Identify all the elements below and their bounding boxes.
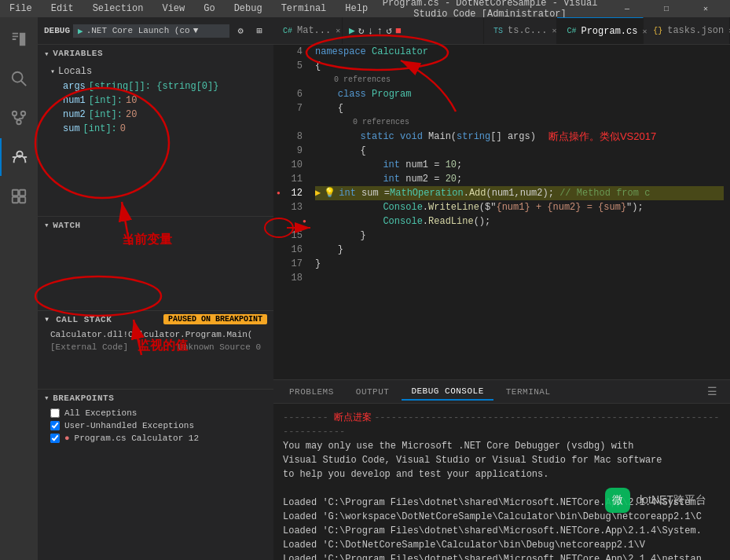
split-editor-icon[interactable]: ⊞ (251, 23, 267, 38)
dot-add: . (464, 186, 469, 200)
maximize-button[interactable]: □ (648, 0, 684, 17)
method-main: Main( (423, 130, 457, 144)
code-line-12: ▶ 💡 int sum =MathOperation.Add(num1,num2… (315, 186, 724, 200)
debug-step-over-btn[interactable]: ↻ (358, 24, 365, 37)
tab-program-cs[interactable]: C# Program.cs ✕ (557, 17, 644, 45)
linenum-5: 5 (273, 59, 303, 73)
menu-help[interactable]: Help (342, 3, 371, 14)
var-sum: sum [int]: 0 (38, 122, 273, 136)
args-param: [] args) (490, 130, 536, 144)
bp-dot-14: ● (303, 214, 306, 229)
space1 (394, 130, 400, 144)
indent-num1 (315, 158, 383, 172)
svg-rect-10 (13, 197, 18, 203)
class-program: Program (366, 87, 412, 101)
linenum-18: 18 (273, 271, 303, 285)
code-line-ref2: 0 references (315, 115, 724, 130)
linenum-10: 10 (273, 158, 303, 172)
menu-file[interactable]: File (6, 3, 35, 14)
play-icon: ▶ (78, 26, 83, 36)
menu-go[interactable]: Go (200, 3, 218, 14)
tab-mat-label: Mat... (297, 25, 331, 36)
code-area: 4 5 6 7 8 9 10 11 ● 12 13 15 (273, 45, 730, 379)
debug-step-out-btn[interactable]: ↑ (376, 25, 383, 37)
activity-extensions[interactable] (0, 178, 38, 215)
menu-debug[interactable]: Debug (231, 3, 266, 14)
debug-restart-btn[interactable]: ↺ (386, 24, 392, 37)
bp-user-unhandled-checkbox[interactable] (50, 421, 60, 430)
external-code-source: Unknown Source 0 (178, 342, 261, 352)
panel-tabs: PROBLEMS OUTPUT DEBUG CONSOLE TERMINAL ☰ (273, 380, 730, 404)
dot-writeline: . (423, 200, 428, 214)
locals-header[interactable]: ▾ Locals (38, 64, 273, 79)
debug-toolbar-icons: ⚙ ⊞ (233, 23, 267, 38)
activity-git[interactable] (0, 99, 38, 137)
var-num1-name: num1 (63, 95, 86, 106)
breakpoints-section: ▾ BREAKPOINTS All Exceptions User-Unhand… (38, 390, 273, 561)
code-line-13: Console.WriteLine($"{num1} + {num2} = {s… (315, 200, 724, 214)
activity-debug[interactable] (0, 138, 38, 176)
kw-class: class (338, 87, 366, 101)
locals-arrow: ▾ (50, 67, 55, 76)
variables-header[interactable]: ▾ VARIABLES (38, 45, 273, 62)
tab-program-icon: C# (567, 27, 576, 35)
settings-icon[interactable]: ⚙ (233, 23, 248, 38)
tab-terminal[interactable]: TERMINAL (497, 384, 560, 400)
watch-header[interactable]: ▾ WATCH (38, 217, 273, 234)
watch-label: WATCH (53, 221, 81, 230)
debug-step-into-btn[interactable]: ↓ (368, 25, 374, 37)
callstack-item-main[interactable]: Calculator.dll!Calculator.Program.Main( (38, 328, 273, 341)
kw-void: void (400, 130, 423, 144)
code-line-ref1: 0 references (315, 73, 724, 87)
menu-view[interactable]: View (159, 3, 188, 14)
tab-problems[interactable]: PROBLEMS (280, 384, 343, 400)
var-args-type: [string[]]: {string[0]} (89, 81, 219, 92)
code-content: namespace Calculator { 0 references clas… (309, 45, 730, 379)
code-editor[interactable]: 4 5 6 7 8 9 10 11 ● 12 13 15 (273, 45, 730, 379)
sidebar: DEBUG ▶ .NET Core Launch (co ▼ ⚙ ⊞ ▾ VAR… (38, 17, 273, 560)
variables-label: VARIABLES (53, 49, 103, 58)
tab-mat-icon: C# (283, 27, 292, 35)
var-sum-name: sum (63, 123, 80, 134)
activity-search[interactable] (0, 60, 38, 97)
breakpoints-label: BREAKPOINTS (53, 393, 114, 403)
titlebar: File Edit Selection View Go Debug Termin… (0, 0, 730, 17)
menu-selection[interactable]: Selection (90, 3, 147, 14)
close-button[interactable]: ✕ (688, 0, 724, 17)
debug-config-dropdown[interactable]: ▶ .NET Core Launch (co ▼ (73, 24, 229, 38)
debug-continue-btn[interactable]: ▶ (349, 24, 355, 37)
code-line-9: { (315, 144, 724, 158)
var-num1-value: 10 (126, 95, 137, 106)
indent-class-brace: { (315, 101, 343, 115)
debug-config-label: .NET Core Launch (co (86, 26, 190, 35)
var-num2-assign: num2 = (400, 172, 446, 186)
tab-debug-console[interactable]: DEBUG CONSOLE (402, 383, 493, 401)
linenum-16: 16 (273, 243, 303, 257)
watch-collapse-icon: ▾ (44, 220, 50, 230)
kw-int-num2: int (383, 172, 400, 186)
tab-mat-close[interactable]: ✕ (336, 24, 340, 37)
bp-program-cs-checkbox[interactable] (50, 434, 60, 443)
kw-int-sum: int (339, 186, 356, 200)
menu-edit[interactable]: Edit (48, 3, 77, 14)
breakpoints-header[interactable]: ▾ BREAKPOINTS (38, 390, 273, 407)
code-line-4: namespace Calculator (315, 45, 724, 59)
minimize-button[interactable]: — (609, 0, 645, 17)
tab-output[interactable]: OUTPUT (347, 384, 399, 400)
linenum-13: 13 (273, 200, 303, 214)
menu-terminal[interactable]: Terminal (278, 3, 330, 14)
bp-all-exceptions-checkbox[interactable] (50, 408, 60, 418)
tab-ts[interactable]: TS ts.c... ✕ (484, 17, 557, 45)
activity-explorer[interactable] (0, 20, 38, 58)
callstack-label: CALL STACK (56, 315, 112, 324)
tab-tasks-label: tasks.json (667, 25, 724, 36)
code-line-14: ● Console.ReadLine(); (315, 214, 724, 229)
bp-all-exceptions: All Exceptions (38, 407, 273, 419)
svg-point-2 (17, 120, 21, 125)
tab-tasks-json[interactable]: {} tasks.json ✕ (644, 17, 730, 45)
debug-stop-btn[interactable]: ■ (395, 25, 402, 37)
tab-ts-close[interactable]: ✕ (552, 24, 556, 37)
method-readline: ReadLine (428, 214, 474, 229)
panel-menu-icon[interactable]: ☰ (701, 385, 724, 398)
tab-mat[interactable]: C# Mat... ✕ (273, 17, 343, 45)
